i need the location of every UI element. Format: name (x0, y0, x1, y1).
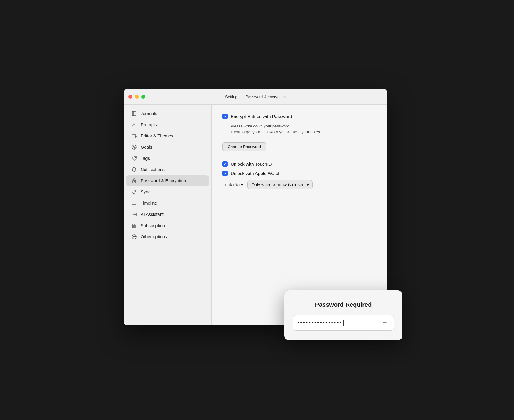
touchid-row: Unlock with TouchID (222, 161, 376, 167)
sidebar-label-editor: Editor & Themes (141, 134, 173, 138)
encrypt-label[interactable]: Encrypt Entries with Password (231, 114, 292, 119)
journals-icon (132, 111, 137, 116)
notifications-icon (132, 167, 137, 172)
svg-point-9 (134, 147, 135, 147)
warning-line2: If you forget your password you will los… (231, 130, 321, 134)
prompts-icon (132, 122, 137, 127)
touchid-checkbox[interactable] (222, 161, 228, 167)
warning-line1: Please write down your password. (231, 123, 376, 129)
sidebar-item-prompts[interactable]: Prompts (126, 119, 209, 130)
sidebar-label-password: Password & Encryption (141, 178, 186, 183)
editor-icon (132, 133, 137, 139)
submit-button[interactable]: → (380, 318, 389, 327)
password-dialog: Password Required •••••••••••••••• → (284, 290, 402, 340)
sidebar-label-prompts: Prompts (141, 122, 157, 127)
chevron-down-icon: ▾ (307, 182, 309, 187)
svg-point-12 (134, 181, 135, 182)
svg-rect-20 (132, 224, 134, 226)
sidebar: Journals Prompts (124, 105, 212, 325)
sync-icon (132, 189, 137, 195)
sidebar-item-goals[interactable]: Goals (126, 142, 209, 153)
window-controls (128, 95, 145, 99)
svg-rect-22 (132, 226, 134, 228)
sidebar-item-notifications[interactable]: Notifications (126, 164, 209, 175)
sidebar-label-ai: AI Assistant (141, 212, 164, 217)
sidebar-label-subscription: Subscription (141, 223, 165, 228)
sidebar-item-password[interactable]: Password & Encryption (126, 175, 209, 186)
lock-diary-value: Only when window is closed (251, 182, 304, 187)
dialog-title: Password Required (293, 301, 394, 308)
sidebar-label-timeline: Timeline (141, 201, 157, 206)
svg-point-25 (133, 236, 134, 237)
goals-icon (132, 144, 137, 150)
settings-window: Settings → Password & encryption Journal… (124, 89, 387, 325)
sidebar-item-editor-themes[interactable]: Editor & Themes (126, 131, 209, 141)
svg-rect-23 (135, 226, 136, 228)
sidebar-item-sync[interactable]: Sync (126, 187, 209, 197)
sidebar-label-goals: Goals (141, 145, 152, 150)
svg-rect-0 (132, 111, 136, 116)
encrypt-checkbox[interactable] (222, 114, 228, 119)
subscription-icon (132, 223, 137, 228)
sidebar-item-timeline[interactable]: Timeline (126, 198, 209, 209)
svg-rect-21 (135, 224, 136, 226)
password-dots: •••••••••••••••• (297, 319, 378, 326)
change-password-button[interactable]: Change Password (222, 142, 266, 151)
sidebar-label-notifications: Notifications (141, 167, 165, 172)
lock-diary-label: Lock diary (222, 182, 243, 187)
svg-point-27 (135, 236, 136, 237)
sidebar-item-tags[interactable]: Tags (126, 153, 209, 164)
warning-text: Please write down your password. If you … (231, 123, 376, 135)
apple-watch-checkbox[interactable] (222, 171, 228, 176)
minimize-button[interactable] (135, 95, 139, 99)
touchid-label[interactable]: Unlock with TouchID (231, 161, 272, 167)
encrypt-row: Encrypt Entries with Password (222, 114, 376, 119)
svg-point-10 (135, 157, 135, 157)
lock-diary-row: Lock diary Only when window is closed ▾ (222, 180, 376, 189)
svg-point-26 (134, 236, 135, 237)
close-button[interactable] (128, 95, 132, 99)
cursor-bar (343, 320, 344, 326)
lock-diary-select[interactable]: Only when window is closed ▾ (247, 180, 313, 189)
timeline-icon (132, 200, 137, 206)
password-icon (132, 178, 137, 184)
svg-point-19 (135, 214, 136, 215)
apple-watch-label[interactable]: Unlock with Apple Watch (231, 171, 281, 176)
window-title: Settings → Password & encryption (225, 94, 286, 99)
sidebar-item-ai[interactable]: AI Assistant (126, 209, 209, 220)
sidebar-item-other[interactable]: Other options (126, 231, 209, 242)
apple-watch-row: Unlock with Apple Watch (222, 171, 376, 176)
ai-icon (132, 212, 137, 217)
sidebar-label-tags: Tags (141, 156, 150, 161)
sidebar-label-journals: Journals (141, 111, 157, 116)
password-input-row[interactable]: •••••••••••••••• → (293, 315, 394, 331)
other-icon (132, 234, 137, 240)
sidebar-label-other: Other options (141, 234, 167, 239)
maximize-button[interactable] (141, 95, 145, 99)
tags-icon (132, 156, 137, 161)
sidebar-label-sync: Sync (141, 190, 150, 194)
titlebar: Settings → Password & encryption (124, 89, 387, 105)
sidebar-item-subscription[interactable]: Subscription (126, 220, 209, 231)
sidebar-item-journals[interactable]: Journals (126, 108, 209, 119)
